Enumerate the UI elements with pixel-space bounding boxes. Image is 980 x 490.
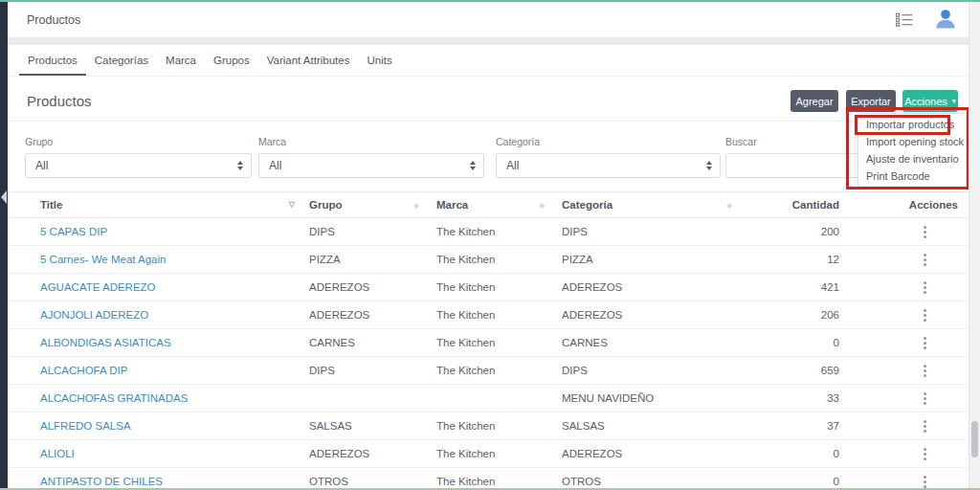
column-header-cantidad[interactable]: Cantidad (749, 199, 839, 211)
cell-value: 37 (827, 420, 839, 432)
cell-acciones (839, 390, 958, 408)
cell-acciones (839, 278, 958, 297)
tab-categor-as[interactable]: Categorías (86, 45, 157, 76)
cell-value: DIPS (562, 365, 588, 376)
sort-triangle-icon[interactable]: ▽ (289, 201, 295, 209)
collapsed-sidebar-rail[interactable] (0, 2, 8, 488)
cell-value: PIZZA (562, 254, 593, 265)
cell-grupo: OTROS (309, 476, 436, 487)
column-header-categor-a[interactable]: Categoría◆ (562, 199, 749, 211)
sort-diamond-icon[interactable]: ◆ (540, 202, 545, 209)
cell-categoria: OTROS (562, 476, 749, 487)
cell-value: 200 (821, 226, 839, 237)
select-value: All (269, 159, 470, 172)
cell-categoria: ADEREZOS (562, 281, 749, 293)
product-link[interactable]: AJONJOLI ADEREZO (40, 309, 148, 321)
user-avatar-icon[interactable] (934, 8, 957, 34)
cell-title: AJONJOLI ADEREZO (40, 309, 309, 321)
cell-categoria: ADEREZOS (562, 309, 749, 321)
cell-value: OTROS (309, 476, 348, 487)
column-header-title[interactable]: Title▽ (40, 199, 309, 211)
categor-a-select[interactable]: All (496, 153, 721, 178)
cell-value: OTROS (562, 476, 601, 487)
filter-label: Grupo (25, 136, 252, 147)
cell-title: ALIOLI (40, 448, 309, 459)
table-row: 5 CAPAS DIPDIPSThe KitchenDIPS200 (8, 218, 969, 246)
row-kebab-menu-icon[interactable] (921, 278, 929, 297)
row-kebab-menu-icon[interactable] (921, 362, 929, 380)
cell-marca: The Kitchen (436, 420, 562, 432)
grupo-select[interactable]: All (25, 153, 252, 178)
cell-categoria: MENU NAVIDEÑO (562, 392, 749, 404)
sort-diamond-icon[interactable]: ◆ (727, 202, 732, 209)
cell-value: DIPS (562, 226, 588, 237)
cell-marca: The Kitchen (436, 254, 562, 265)
scrollbar-thumb[interactable] (971, 421, 978, 457)
select-value: All (506, 159, 706, 172)
filter-marca: MarcaAll (258, 136, 484, 178)
cell-title: ALCACHOFAS GRATINADAS (40, 392, 309, 404)
topbar-title: Productos (27, 13, 80, 27)
sidebar-collapse-arrow-icon[interactable] (1, 190, 7, 204)
tab-variant-attributes[interactable]: Variant Attributes (258, 45, 359, 76)
cell-value: ADEREZOS (562, 281, 622, 293)
cell-categoria: ADEREZOS (562, 448, 749, 459)
product-link[interactable]: ALFREDO SALSA (40, 420, 131, 432)
cell-value: The Kitchen (436, 337, 495, 348)
select-arrows-icon (706, 161, 712, 170)
tab-units[interactable]: Units (358, 45, 400, 76)
table-row: AJONJOLI ADEREZOADEREZOSThe KitchenADERE… (8, 301, 969, 329)
annotation-box-inner (855, 115, 950, 135)
select-arrows-icon (237, 161, 243, 170)
cell-cantidad: 659 (749, 365, 839, 376)
product-link[interactable]: ANTIPASTO DE CHILES (40, 476, 163, 487)
product-link[interactable]: 5 Carnes- We Meat Again (40, 254, 166, 265)
row-kebab-menu-icon[interactable] (921, 417, 929, 435)
cell-acciones (839, 334, 958, 352)
product-link[interactable]: ALIOLI (40, 448, 75, 459)
cell-value: 659 (821, 365, 839, 376)
cell-value: ADEREZOS (562, 448, 622, 459)
vertical-scrollbar[interactable] (969, 2, 980, 488)
cell-acciones (839, 306, 958, 324)
cell-value: SALSAS (562, 420, 605, 432)
cell-value: The Kitchen (436, 281, 495, 293)
row-kebab-menu-icon[interactable] (921, 251, 929, 269)
column-header-marca[interactable]: Marca◆ (436, 199, 562, 211)
row-kebab-menu-icon[interactable] (921, 306, 929, 324)
filter-label: Categoría (496, 136, 721, 147)
cell-acciones (839, 417, 958, 435)
cell-cantidad: 37 (749, 420, 839, 432)
product-link[interactable]: 5 CAPAS DIP (40, 226, 107, 237)
product-link[interactable]: AGUACATE ADEREZO (40, 281, 156, 293)
sort-diamond-icon[interactable]: ◆ (414, 202, 419, 209)
cell-acciones (839, 223, 958, 241)
row-kebab-menu-icon[interactable] (921, 223, 929, 241)
product-link[interactable]: ALBONDIGAS ASIATICAS (40, 337, 171, 348)
cell-title: ALBONDIGAS ASIATICAS (40, 337, 309, 348)
cell-value: The Kitchen (436, 309, 495, 321)
row-kebab-menu-icon[interactable] (921, 390, 929, 408)
cell-value: The Kitchen (436, 226, 495, 237)
tab-marca[interactable]: Marca (157, 45, 205, 76)
topbar-icons (896, 10, 957, 33)
row-kebab-menu-icon[interactable] (921, 445, 929, 463)
cell-value: The Kitchen (436, 420, 495, 432)
cell-cantidad: 421 (749, 281, 839, 293)
product-link[interactable]: ALCACHOFA DIP (40, 365, 127, 376)
column-header-grupo[interactable]: Grupo◆ (309, 199, 436, 211)
product-link[interactable]: ALCACHOFAS GRATINADAS (40, 392, 188, 404)
cell-marca: The Kitchen (436, 365, 562, 376)
marca-select[interactable]: All (258, 153, 484, 178)
cell-grupo: DIPS (309, 226, 436, 237)
cell-marca: The Kitchen (436, 476, 562, 487)
tab-grupos[interactable]: Grupos (205, 45, 258, 76)
agregar-button[interactable]: Agregar (791, 90, 838, 112)
row-kebab-menu-icon[interactable] (921, 334, 929, 352)
cell-cantidad: 200 (749, 226, 839, 237)
column-header-acciones[interactable]: Acciones (839, 199, 958, 211)
topbar: Productos (8, 2, 969, 37)
table-row: ALCACHOFA DIPDIPSThe KitchenDIPS659 (8, 357, 969, 385)
task-list-icon[interactable] (896, 12, 913, 31)
tab-productos[interactable]: Productos (19, 45, 86, 76)
